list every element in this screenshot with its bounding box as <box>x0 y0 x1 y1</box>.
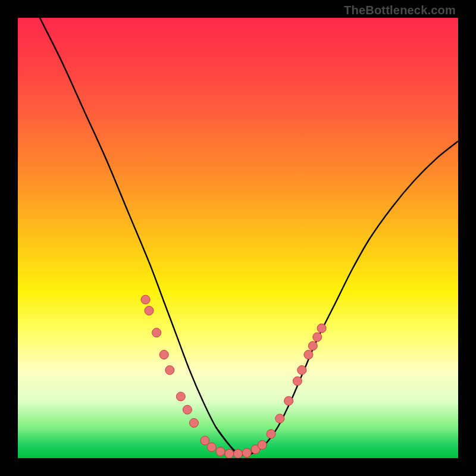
data-marker <box>298 366 306 375</box>
data-marker <box>216 447 225 456</box>
watermark: TheBottleneck.com <box>344 4 456 17</box>
data-marker <box>176 392 185 401</box>
data-marker <box>145 306 154 315</box>
left-curve-line <box>18 18 238 454</box>
data-marker <box>201 436 209 445</box>
right-curve-line <box>238 141 458 454</box>
data-marker <box>313 333 322 342</box>
data-marker <box>190 418 199 427</box>
data-marker <box>251 445 260 454</box>
data-marker <box>234 449 243 458</box>
data-marker <box>258 440 267 449</box>
data-marker <box>293 377 302 386</box>
data-markers <box>141 295 326 458</box>
data-marker <box>308 342 317 350</box>
plot-area <box>18 18 458 458</box>
data-marker <box>141 295 150 304</box>
data-marker <box>152 328 161 337</box>
chart-svg <box>18 18 458 458</box>
data-marker <box>317 324 326 333</box>
data-marker <box>159 350 168 359</box>
data-marker <box>225 449 234 458</box>
data-marker <box>275 414 284 423</box>
data-marker <box>165 366 174 375</box>
data-marker <box>284 396 293 405</box>
valley-line <box>216 427 264 455</box>
data-marker <box>207 443 216 452</box>
chart-container: TheBottleneck.com <box>0 0 476 476</box>
data-marker <box>304 350 313 359</box>
data-marker <box>242 449 251 458</box>
data-marker <box>183 405 192 414</box>
data-marker <box>267 430 275 439</box>
